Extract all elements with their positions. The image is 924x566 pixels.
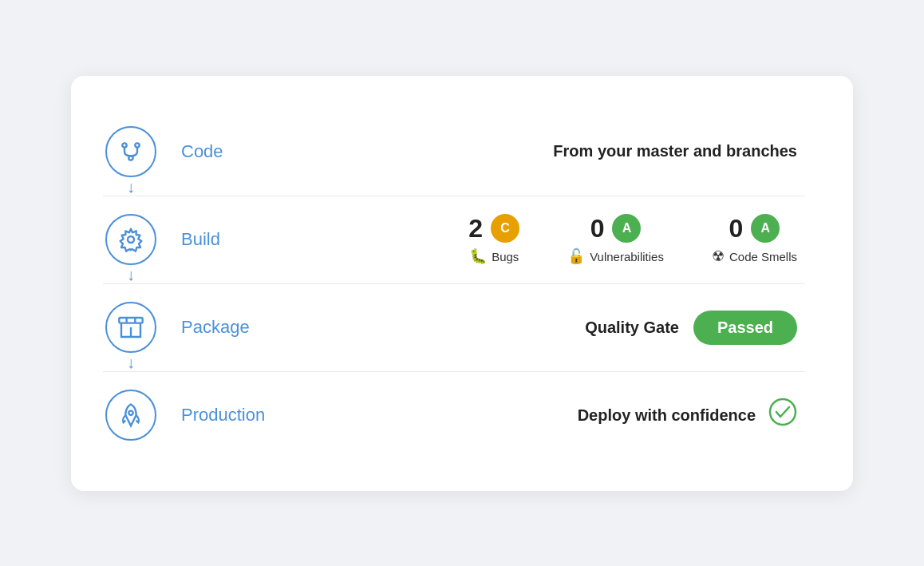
code-smell-icon: ☢ (712, 247, 725, 265)
bug-icon: 🐛 (469, 247, 487, 265)
stage-left-code: ↓ (103, 126, 159, 177)
production-icon-circle (105, 390, 156, 441)
metric-bugs-bottom: 🐛 Bugs (469, 247, 519, 265)
metric-codesmells: 0 A ☢ Code Smells (712, 214, 797, 265)
code-content: From your master and branches (293, 142, 805, 160)
svg-point-5 (128, 236, 134, 243)
smell-count: 0 (729, 216, 744, 241)
package-icon-circle (105, 302, 156, 353)
production-label: Production (181, 405, 293, 425)
check-circle-icon (768, 398, 797, 426)
deploy-area: Deploy with confidence (578, 398, 797, 433)
stage-left-package: ↓ (103, 302, 159, 353)
smell-label: Code Smells (729, 250, 797, 263)
vuln-label: Vulnerabilities (590, 250, 664, 263)
metric-bugs: 2 C 🐛 Bugs (468, 214, 519, 265)
code-description: From your master and branches (553, 142, 797, 160)
bugs-label: Bugs (492, 250, 519, 263)
svg-point-10 (128, 411, 132, 415)
stage-package: ↓ Package Quality Gate Passed (103, 283, 805, 371)
metric-bugs-top: 2 C (468, 214, 519, 243)
metric-vuln-bottom: 🔓 Vulnerabilities (567, 247, 664, 265)
svg-rect-6 (119, 318, 142, 323)
vuln-grade: A (612, 214, 641, 243)
box-icon (118, 315, 144, 340)
build-content: 2 C 🐛 Bugs 0 A 🔓 Vuln (293, 214, 805, 265)
stage-left-production (103, 390, 159, 441)
quality-gate-area: Quality Gate Passed (585, 311, 797, 345)
passed-badge: Passed (693, 311, 797, 345)
checkmark-icon (768, 398, 797, 433)
package-content: Quality Gate Passed (293, 311, 805, 345)
metric-smell-top: 0 A (729, 214, 780, 243)
arrow-down-build: ↓ (127, 267, 135, 283)
gear-icon (118, 227, 144, 252)
metric-vuln-top: 0 A (590, 214, 642, 243)
code-label: Code (181, 141, 293, 162)
vuln-count: 0 (590, 216, 605, 241)
stage-code: ↓ Code From your master and branches (103, 108, 805, 196)
vulnerability-icon: 🔓 (567, 247, 585, 265)
build-icon-circle (105, 214, 156, 265)
arrow-down-code: ↓ (127, 179, 135, 195)
stage-build: ↓ Build 2 C 🐛 Bugs (103, 196, 805, 283)
metric-vulnerabilities: 0 A 🔓 Vulnerabilities (567, 214, 664, 265)
bugs-count: 2 (468, 216, 483, 241)
smell-grade: A (751, 214, 780, 243)
arrow-down-package: ↓ (127, 354, 135, 370)
production-content: Deploy with confidence (293, 398, 805, 433)
build-metrics: 2 C 🐛 Bugs 0 A 🔓 Vuln (468, 214, 797, 265)
pipeline-card: ↓ Code From your master and branches ↓ B… (71, 76, 853, 491)
package-label: Package (181, 317, 293, 338)
bugs-grade: C (491, 214, 519, 243)
svg-point-11 (770, 399, 796, 425)
build-label: Build (181, 229, 293, 250)
metric-smell-bottom: ☢ Code Smells (712, 247, 797, 265)
code-branch-icon (118, 139, 144, 164)
svg-point-0 (122, 143, 126, 147)
stage-production: Production Deploy with confidence (103, 371, 805, 459)
svg-point-1 (135, 143, 139, 147)
code-icon-circle (105, 126, 156, 177)
rocket-icon (118, 402, 144, 428)
quality-gate-label: Quality Gate (585, 319, 679, 337)
stage-left-build: ↓ (103, 214, 159, 265)
deploy-text: Deploy with confidence (578, 406, 756, 425)
